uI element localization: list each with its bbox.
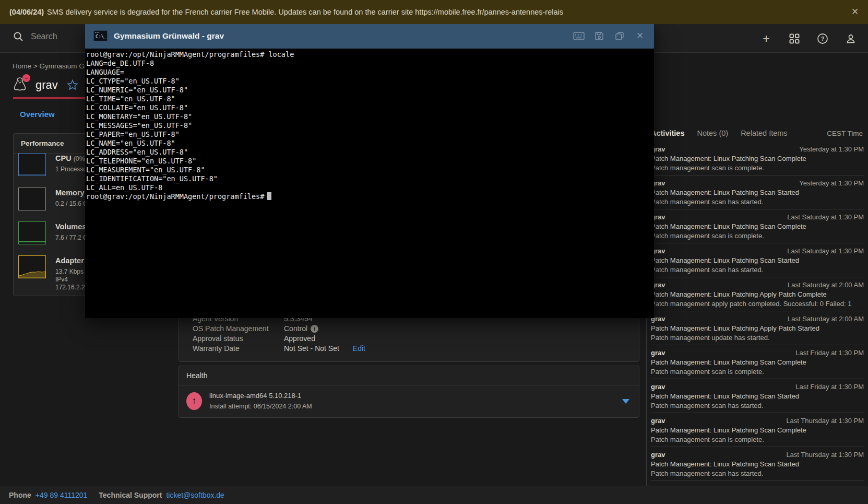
activity-timestamp: Yesterday at 1:30 PM — [799, 145, 864, 153]
banner-close-icon[interactable]: ✕ — [849, 6, 861, 18]
device-name: grav — [35, 78, 58, 92]
detail-value: Controli — [284, 324, 318, 333]
activity-timestamp: Last Saturday at 1:30 PM — [787, 247, 864, 255]
activity-description: Patch management scan is complete. — [651, 232, 864, 240]
activity-entry[interactable]: gravLast Saturday at 1:30 PMPatch Manage… — [651, 243, 864, 277]
activity-timestamp: Last Saturday at 2:00 AM — [788, 315, 864, 323]
terminal-output[interactable]: root@grav:/opt/NinjaRMMAgent/programfile… — [85, 49, 654, 318]
cpu-sparkline — [18, 153, 46, 176]
activity-title: Patch Management: Linux Patching Scan St… — [651, 189, 864, 196]
activity-description: Patch management scan has started. — [651, 266, 864, 274]
copy-icon[interactable] — [614, 30, 625, 42]
activity-title: Patch Management: Linux Patching Scan Co… — [651, 358, 864, 366]
panel-tab-notes-0-[interactable]: Notes (0) — [697, 129, 728, 137]
performance-item-cpu[interactable]: CPU (0%)1 Processor — [18, 153, 89, 176]
app-root: (04/06/24) SMS delivery service is degra… — [0, 0, 868, 504]
health-title: Health — [179, 366, 639, 385]
panel-tab-activities[interactable]: Activities — [651, 129, 684, 137]
activity-entry[interactable]: gravYesterday at 1:30 PMPatch Management… — [651, 175, 864, 209]
activity-description: Patch management scan has started. — [651, 470, 864, 477]
search-input[interactable]: Search — [13, 31, 57, 42]
activity-device-name: grav — [651, 349, 665, 357]
activity-timestamp: Last Friday at 1:30 PM — [795, 349, 864, 357]
detail-row-approval-status: Approval statusApproved — [193, 334, 315, 343]
activity-title: Patch Management: Linux Patching Apply P… — [651, 324, 864, 332]
edit-link[interactable]: Edit — [353, 344, 365, 353]
performance-item-volumes[interactable]: Volumes 7.6 / 77.2 GB — [18, 221, 92, 244]
activities-panel: ActivitiesNotes (0)Related ItemsCEST Tim… — [646, 53, 868, 486]
activities-tabs: ActivitiesNotes (0)Related ItemsCEST Tim… — [651, 129, 863, 137]
activity-description: Patch management scan is complete. — [651, 436, 864, 443]
activity-list: gravYesterday at 1:30 PMPatch Management… — [651, 142, 864, 504]
activity-title: Patch Management: Linux Patching Apply P… — [651, 290, 864, 298]
save-icon[interactable] — [593, 30, 605, 42]
expand-caret-icon[interactable] — [622, 399, 629, 404]
activity-entry[interactable]: gravLast Thursday at 1:30 PMPatch Manage… — [651, 447, 864, 481]
performance-item-memory[interactable]: Memory 0.2 / 15.6 GB — [18, 187, 92, 210]
activity-entry[interactable]: gravLast Thursday at 1:30 PMPatch Manage… — [651, 413, 864, 447]
detail-label: Approval status — [193, 334, 284, 343]
alert-message: SMS delivery service is degraded for the… — [47, 8, 563, 16]
alert-date: (04/06/24) — [9, 8, 44, 16]
support-label: Technical Support — [99, 491, 162, 499]
alert-banner: (04/06/24) SMS delivery service is degra… — [0, 0, 868, 24]
device-header: – grav — [13, 76, 79, 94]
volumes-sparkline — [18, 221, 46, 244]
adapter-sparkline — [18, 255, 46, 278]
activity-entry[interactable]: gravLast Saturday at 2:00 AMPatch Manage… — [651, 311, 864, 345]
search-placeholder: Search — [31, 32, 57, 41]
activity-title: Patch Management: Linux Patching Scan St… — [651, 256, 864, 264]
activity-timestamp: Last Thursday at 1:30 PM — [786, 451, 864, 459]
phone-link[interactable]: +49 89 4111201 — [35, 491, 88, 499]
panel-tab-related-items[interactable]: Related Items — [741, 129, 787, 137]
activity-entry[interactable]: gravYesterday at 1:30 PMPatch Management… — [651, 142, 864, 175]
device-status-badge: – — [22, 74, 30, 82]
detail-value: Approved — [284, 334, 315, 343]
help-icon[interactable]: ? — [816, 32, 829, 45]
activity-entry[interactable]: gravLast Saturday at 2:00 AMPatch Manage… — [651, 277, 864, 311]
terminal-titlebar[interactable]: •••C:\_ Gymnasium Grünwald - grav ✕ — [85, 23, 654, 49]
info-icon[interactable]: i — [311, 325, 318, 333]
detail-row-warranty-date: Warranty DateNot Set - Not SetEdit — [193, 344, 365, 353]
add-icon[interactable]: + — [759, 32, 773, 45]
activity-description: Patch management apply patch completed. … — [651, 300, 864, 308]
perf-metric-name: CPU (0%) — [55, 154, 89, 162]
performance-item-adapter[interactable]: Adapter 13.7 KbpsIPv4172.16.2.2 — [18, 255, 85, 291]
activity-timestamp: Last Saturday at 2:00 AM — [788, 281, 864, 289]
support-email-link[interactable]: ticket@softbox.de — [166, 491, 224, 499]
detail-value: Not Set - Not Set — [284, 344, 339, 353]
virtual-keyboard-icon[interactable] — [573, 30, 585, 42]
perf-metric-values: 13.7 KbpsIPv4172.16.2.2 — [55, 268, 85, 291]
activity-title: Patch Management: Linux Patching Scan Co… — [651, 426, 864, 434]
activity-timestamp: Yesterday at 1:30 PM — [799, 179, 864, 187]
activity-entry[interactable]: gravLast Saturday at 1:30 PMPatch Manage… — [651, 209, 864, 243]
health-item-subtitle: Install attempt: 06/15/2024 2:00 AM — [209, 403, 312, 410]
phone-label: Phone — [9, 491, 31, 499]
favorite-star-icon[interactable] — [66, 79, 79, 91]
health-panel: Health ↑ linux-image-amd64 5.10.218-1 In… — [179, 366, 639, 418]
activity-entry[interactable]: gravLast Friday at 1:30 PMPatch Manageme… — [651, 345, 864, 379]
terminal-title: Gymnasium Grünwald - grav — [114, 31, 224, 41]
detail-label: OS Patch Management — [193, 324, 284, 333]
terminal-close-icon[interactable]: ✕ — [634, 30, 646, 42]
activity-description: Patch management scan is complete. — [651, 164, 864, 172]
apps-grid-icon[interactable] — [788, 32, 801, 45]
activity-device-name: grav — [651, 451, 665, 459]
health-item-title: linux-image-amd64 5.10.218-1 — [209, 392, 312, 400]
activity-description: Patch management scan has started. — [651, 402, 864, 409]
activity-device-name: grav — [651, 383, 665, 391]
activity-title: Patch Management: Linux Patching Scan St… — [651, 392, 864, 400]
perf-metric-name: Adapter — [55, 256, 85, 265]
activity-description: Patch management update has started. — [651, 334, 864, 342]
activity-device-name: grav — [651, 417, 665, 425]
linux-os-icon: – — [13, 77, 28, 93]
tab-overview[interactable]: Overview — [20, 110, 55, 119]
terminal-window: •••C:\_ Gymnasium Grünwald - grav ✕ root… — [85, 23, 654, 318]
memory-sparkline — [18, 187, 46, 210]
activity-timestamp: Last Friday at 1:30 PM — [795, 383, 864, 391]
activity-entry[interactable]: gravLast Friday at 1:30 PMPatch Manageme… — [651, 379, 864, 413]
activity-title: Patch Management: Linux Patching Scan Co… — [651, 155, 864, 162]
detail-row-os-patch-management: OS Patch ManagementControli — [193, 324, 318, 333]
user-icon[interactable] — [844, 32, 858, 45]
terminal-icon: •••C:\_ — [93, 30, 108, 41]
